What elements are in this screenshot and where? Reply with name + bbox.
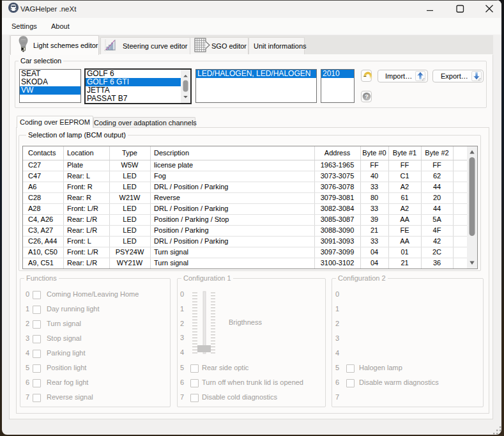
svg-text:?: ? <box>365 93 369 100</box>
